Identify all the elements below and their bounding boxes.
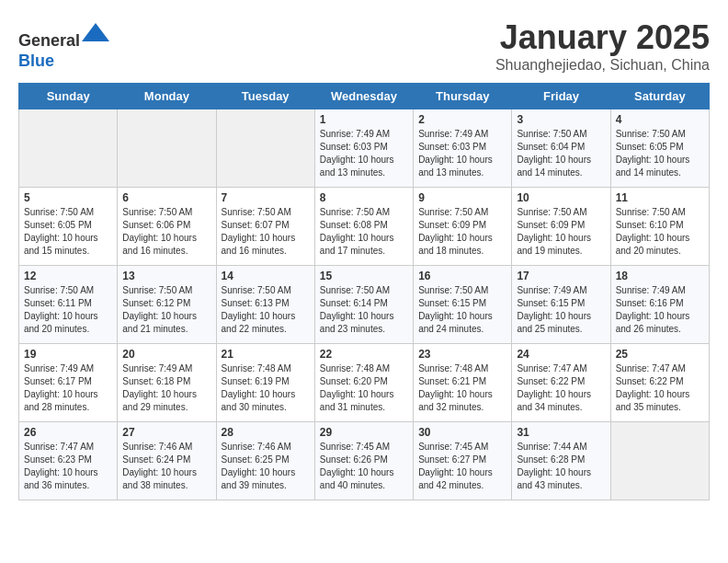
- calendar-cell: 25Sunrise: 7:47 AM Sunset: 6:22 PM Dayli…: [610, 344, 709, 422]
- day-number: 27: [122, 426, 210, 439]
- calendar-cell: 16Sunrise: 7:50 AM Sunset: 6:15 PM Dayli…: [414, 266, 512, 344]
- calendar-cell: 2Sunrise: 7:49 AM Sunset: 6:03 PM Daylig…: [414, 109, 512, 188]
- day-info: Sunrise: 7:50 AM Sunset: 6:13 PM Dayligh…: [222, 284, 310, 336]
- calendar-cell: 26Sunrise: 7:47 AM Sunset: 6:23 PM Dayli…: [19, 422, 118, 500]
- day-info: Sunrise: 7:47 AM Sunset: 6:22 PM Dayligh…: [517, 362, 605, 414]
- calendar-cell: 24Sunrise: 7:47 AM Sunset: 6:22 PM Dayli…: [512, 344, 610, 422]
- day-number: 15: [320, 270, 408, 282]
- day-number: 21: [222, 348, 310, 361]
- day-number: 22: [320, 348, 408, 361]
- day-number: 8: [320, 191, 408, 204]
- calendar-cell: 1Sunrise: 7:49 AM Sunset: 6:03 PM Daylig…: [314, 109, 413, 188]
- weekday-header-tuesday: Tuesday: [216, 84, 314, 109]
- day-info: Sunrise: 7:47 AM Sunset: 6:22 PM Dayligh…: [616, 362, 704, 414]
- day-info: Sunrise: 7:49 AM Sunset: 6:18 PM Dayligh…: [122, 362, 210, 414]
- calendar-cell: 15Sunrise: 7:50 AM Sunset: 6:14 PM Dayli…: [314, 266, 413, 344]
- day-info: Sunrise: 7:48 AM Sunset: 6:19 PM Dayligh…: [222, 362, 310, 414]
- day-info: Sunrise: 7:50 AM Sunset: 6:04 PM Dayligh…: [517, 128, 605, 179]
- calendar-cell: 11Sunrise: 7:50 AM Sunset: 6:10 PM Dayli…: [610, 188, 709, 266]
- calendar-cell: 30Sunrise: 7:45 AM Sunset: 6:27 PM Dayli…: [414, 422, 512, 500]
- calendar-cell: 12Sunrise: 7:50 AM Sunset: 6:11 PM Dayli…: [19, 266, 118, 344]
- calendar-cell: 14Sunrise: 7:50 AM Sunset: 6:13 PM Dayli…: [216, 266, 314, 344]
- day-number: 28: [222, 426, 310, 439]
- calendar-cell: 21Sunrise: 7:48 AM Sunset: 6:19 PM Dayli…: [216, 344, 314, 422]
- day-info: Sunrise: 7:49 AM Sunset: 6:03 PM Dayligh…: [418, 128, 506, 179]
- calendar-cell: [19, 109, 118, 188]
- day-number: 11: [616, 191, 704, 204]
- day-number: 7: [222, 191, 310, 204]
- calendar-table: SundayMondayTuesdayWednesdayThursdayFrid…: [18, 83, 710, 500]
- day-info: Sunrise: 7:49 AM Sunset: 6:03 PM Dayligh…: [320, 128, 408, 179]
- calendar-cell: 19Sunrise: 7:49 AM Sunset: 6:17 PM Dayli…: [19, 344, 118, 422]
- day-info: Sunrise: 7:49 AM Sunset: 6:15 PM Dayligh…: [517, 284, 605, 336]
- calendar-cell: 27Sunrise: 7:46 AM Sunset: 6:24 PM Dayli…: [118, 422, 216, 500]
- calendar-cell: 17Sunrise: 7:49 AM Sunset: 6:15 PM Dayli…: [512, 266, 610, 344]
- week-row-3: 12Sunrise: 7:50 AM Sunset: 6:11 PM Dayli…: [19, 266, 710, 344]
- calendar-cell: 4Sunrise: 7:50 AM Sunset: 6:05 PM Daylig…: [610, 109, 709, 188]
- day-number: 6: [122, 191, 210, 204]
- day-number: 20: [122, 348, 210, 361]
- day-info: Sunrise: 7:50 AM Sunset: 6:05 PM Dayligh…: [616, 128, 704, 179]
- day-info: Sunrise: 7:50 AM Sunset: 6:09 PM Dayligh…: [418, 206, 506, 258]
- calendar-cell: [610, 422, 709, 500]
- weekday-header-saturday: Saturday: [610, 84, 709, 109]
- day-info: Sunrise: 7:50 AM Sunset: 6:08 PM Dayligh…: [320, 206, 408, 258]
- day-info: Sunrise: 7:50 AM Sunset: 6:15 PM Dayligh…: [418, 284, 506, 336]
- day-info: Sunrise: 7:50 AM Sunset: 6:07 PM Dayligh…: [222, 206, 310, 258]
- logo: General Blue: [18, 18, 109, 71]
- calendar-cell: 8Sunrise: 7:50 AM Sunset: 6:08 PM Daylig…: [314, 188, 413, 266]
- calendar-cell: 23Sunrise: 7:48 AM Sunset: 6:21 PM Dayli…: [414, 344, 512, 422]
- page-header: General Blue January 2025 Shuanghejiedao…: [18, 18, 710, 74]
- day-number: 16: [418, 270, 506, 282]
- weekday-header-monday: Monday: [118, 84, 216, 109]
- day-number: 9: [418, 191, 506, 204]
- day-number: 12: [24, 270, 112, 282]
- day-number: 17: [517, 270, 605, 282]
- day-number: 1: [320, 113, 408, 126]
- day-info: Sunrise: 7:50 AM Sunset: 6:12 PM Dayligh…: [122, 284, 210, 336]
- calendar-cell: 3Sunrise: 7:50 AM Sunset: 6:04 PM Daylig…: [512, 109, 610, 188]
- day-info: Sunrise: 7:50 AM Sunset: 6:09 PM Dayligh…: [517, 206, 605, 258]
- calendar-title: January 2025: [495, 18, 710, 57]
- calendar-cell: 13Sunrise: 7:50 AM Sunset: 6:12 PM Dayli…: [118, 266, 216, 344]
- day-info: Sunrise: 7:50 AM Sunset: 6:11 PM Dayligh…: [24, 284, 112, 336]
- svg-marker-0: [82, 23, 109, 41]
- day-info: Sunrise: 7:45 AM Sunset: 6:26 PM Dayligh…: [320, 441, 408, 492]
- calendar-cell: 18Sunrise: 7:49 AM Sunset: 6:16 PM Dayli…: [610, 266, 709, 344]
- day-info: Sunrise: 7:50 AM Sunset: 6:06 PM Dayligh…: [122, 206, 210, 258]
- title-block: January 2025 Shuanghejiedao, Sichuan, Ch…: [495, 18, 710, 74]
- day-number: 4: [616, 113, 704, 126]
- day-info: Sunrise: 7:46 AM Sunset: 6:24 PM Dayligh…: [122, 441, 210, 492]
- calendar-cell: 10Sunrise: 7:50 AM Sunset: 6:09 PM Dayli…: [512, 188, 610, 266]
- calendar-cell: 28Sunrise: 7:46 AM Sunset: 6:25 PM Dayli…: [216, 422, 314, 500]
- calendar-cell: 9Sunrise: 7:50 AM Sunset: 6:09 PM Daylig…: [414, 188, 512, 266]
- day-info: Sunrise: 7:46 AM Sunset: 6:25 PM Dayligh…: [222, 441, 310, 492]
- day-number: 30: [418, 426, 506, 439]
- calendar-cell: 31Sunrise: 7:44 AM Sunset: 6:28 PM Dayli…: [512, 422, 610, 500]
- week-row-1: 1Sunrise: 7:49 AM Sunset: 6:03 PM Daylig…: [19, 109, 710, 188]
- day-info: Sunrise: 7:45 AM Sunset: 6:27 PM Dayligh…: [418, 441, 506, 492]
- day-number: 24: [517, 348, 605, 361]
- day-number: 26: [24, 426, 112, 439]
- calendar-cell: [118, 109, 216, 188]
- calendar-cell: 6Sunrise: 7:50 AM Sunset: 6:06 PM Daylig…: [118, 188, 216, 266]
- week-row-4: 19Sunrise: 7:49 AM Sunset: 6:17 PM Dayli…: [19, 344, 710, 422]
- weekday-header-friday: Friday: [512, 84, 610, 109]
- calendar-cell: 5Sunrise: 7:50 AM Sunset: 6:05 PM Daylig…: [19, 188, 118, 266]
- logo-blue: Blue: [18, 52, 54, 70]
- day-info: Sunrise: 7:48 AM Sunset: 6:20 PM Dayligh…: [320, 362, 408, 414]
- day-info: Sunrise: 7:47 AM Sunset: 6:23 PM Dayligh…: [24, 441, 112, 492]
- day-number: 31: [517, 426, 605, 439]
- day-number: 2: [418, 113, 506, 126]
- day-info: Sunrise: 7:49 AM Sunset: 6:17 PM Dayligh…: [24, 362, 112, 414]
- week-row-5: 26Sunrise: 7:47 AM Sunset: 6:23 PM Dayli…: [19, 422, 710, 500]
- day-number: 23: [418, 348, 506, 361]
- calendar-cell: 29Sunrise: 7:45 AM Sunset: 6:26 PM Dayli…: [314, 422, 413, 500]
- day-number: 10: [517, 191, 605, 204]
- week-row-2: 5Sunrise: 7:50 AM Sunset: 6:05 PM Daylig…: [19, 188, 710, 266]
- weekday-header-row: SundayMondayTuesdayWednesdayThursdayFrid…: [19, 84, 710, 109]
- logo-icon: [82, 18, 109, 46]
- calendar-cell: 20Sunrise: 7:49 AM Sunset: 6:18 PM Dayli…: [118, 344, 216, 422]
- calendar-cell: 22Sunrise: 7:48 AM Sunset: 6:20 PM Dayli…: [314, 344, 413, 422]
- day-info: Sunrise: 7:50 AM Sunset: 6:14 PM Dayligh…: [320, 284, 408, 336]
